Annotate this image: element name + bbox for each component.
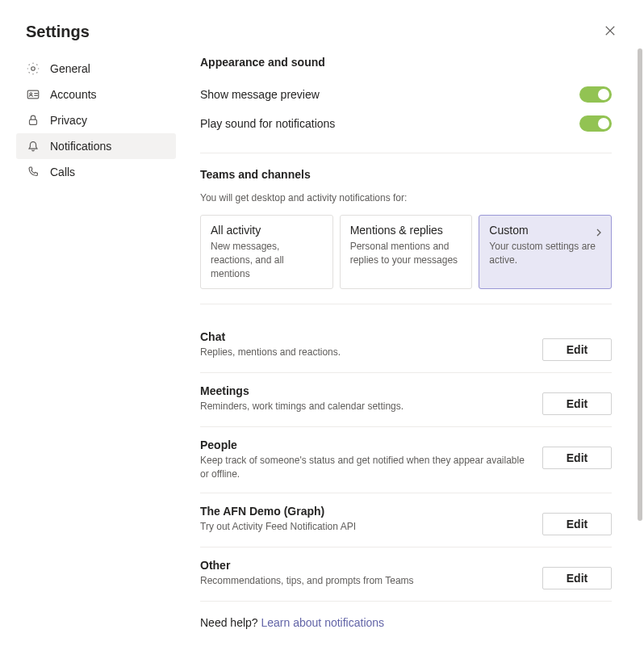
- sidebar-item-privacy[interactable]: Privacy: [16, 107, 176, 133]
- sidebar-item-accounts[interactable]: Accounts: [16, 82, 176, 107]
- help-link[interactable]: Learn about notifications: [261, 616, 385, 629]
- toggle-row-show-preview: Show message preview: [200, 80, 612, 109]
- divider: [200, 304, 612, 304]
- card-title: All activity: [211, 224, 323, 237]
- settings-sidebar: General Accounts Privacy Notifications C…: [0, 56, 176, 645]
- svg-point-4: [30, 93, 32, 95]
- card-desc: New messages, reactions, and all mention…: [211, 240, 323, 280]
- sidebar-item-label: Privacy: [50, 114, 87, 127]
- help-row: Need help? Learn about notifications: [200, 616, 612, 629]
- svg-rect-3: [27, 90, 39, 99]
- bell-icon: [26, 139, 40, 153]
- card-title: Mentions & replies: [350, 224, 462, 237]
- chevron-right-icon: [595, 225, 603, 240]
- sidebar-item-label: Calls: [50, 166, 75, 178]
- section-afn-demo: The AFN Demo (Graph) Try out Activity Fe…: [200, 493, 612, 547]
- sidebar-item-calls[interactable]: Calls: [16, 159, 176, 185]
- edit-afn-demo-button[interactable]: Edit: [542, 513, 612, 535]
- teams-channels-subtitle: You will get desktop and activity notifi…: [200, 192, 612, 203]
- section-people-desc: Keep track of someone's status and get n…: [200, 454, 526, 481]
- content-panel: Appearance and sound Show message previe…: [176, 56, 644, 645]
- lock-icon: [26, 113, 40, 128]
- svg-point-2: [31, 67, 36, 71]
- section-other-desc: Recommendations, tips, and prompts from …: [200, 574, 526, 588]
- section-other: Other Recommendations, tips, and prompts…: [200, 547, 612, 602]
- card-custom[interactable]: Custom Your custom settings are active.: [479, 215, 612, 289]
- section-people: People Keep track of someone's status an…: [200, 427, 612, 493]
- scrollbar[interactable]: [638, 48, 642, 598]
- section-chat-title: Chat: [200, 330, 526, 343]
- sidebar-item-general[interactable]: General: [16, 56, 176, 82]
- phone-icon: [26, 165, 40, 179]
- section-meetings-desc: Reminders, work timings and calendar set…: [200, 400, 526, 413]
- card-title: Custom: [489, 224, 601, 237]
- edit-people-button[interactable]: Edit: [542, 447, 612, 469]
- section-title-teams-channels: Teams and channels: [200, 168, 612, 181]
- sidebar-item-label: Notifications: [50, 140, 111, 153]
- toggle-row-play-sound: Play sound for notifications: [200, 109, 612, 138]
- section-meetings-title: Meetings: [200, 384, 526, 397]
- notification-mode-cards: All activity New messages, reactions, an…: [200, 215, 612, 289]
- section-chat-desc: Replies, mentions and reactions.: [200, 346, 526, 359]
- section-chat: Chat Replies, mentions and reactions. Ed…: [200, 319, 612, 373]
- card-desc: Your custom settings are active.: [489, 240, 601, 267]
- section-meetings: Meetings Reminders, work timings and cal…: [200, 373, 612, 427]
- gear-icon: [26, 61, 40, 76]
- edit-other-button[interactable]: Edit: [542, 567, 612, 589]
- section-afn-demo-desc: Try out Activity Feed Notification API: [200, 520, 526, 534]
- edit-chat-button[interactable]: Edit: [542, 338, 612, 361]
- card-desc: Personal mentions and replies to your me…: [350, 240, 462, 267]
- section-other-title: Other: [200, 559, 526, 572]
- close-button[interactable]: [602, 24, 618, 40]
- svg-rect-5: [30, 120, 37, 124]
- card-all-activity[interactable]: All activity New messages, reactions, an…: [200, 215, 333, 289]
- show-preview-label: Show message preview: [200, 88, 320, 101]
- page-title: Settings: [26, 23, 90, 41]
- close-icon: [604, 25, 616, 40]
- play-sound-label: Play sound for notifications: [200, 117, 335, 130]
- card-mentions-replies[interactable]: Mentions & replies Personal mentions and…: [340, 215, 473, 289]
- play-sound-toggle[interactable]: [579, 115, 612, 132]
- sidebar-item-notifications[interactable]: Notifications: [16, 133, 176, 159]
- id-card-icon: [26, 87, 40, 102]
- help-text: Need help?: [200, 616, 261, 629]
- show-preview-toggle[interactable]: [579, 86, 612, 103]
- scrollbar-thumb[interactable]: [638, 48, 642, 521]
- sidebar-item-label: Accounts: [50, 88, 97, 101]
- divider: [200, 153, 612, 153]
- section-people-title: People: [200, 438, 526, 451]
- section-title-appearance: Appearance and sound: [200, 56, 612, 69]
- edit-meetings-button[interactable]: Edit: [542, 392, 612, 415]
- sidebar-item-label: General: [50, 62, 90, 75]
- section-afn-demo-title: The AFN Demo (Graph): [200, 505, 526, 518]
